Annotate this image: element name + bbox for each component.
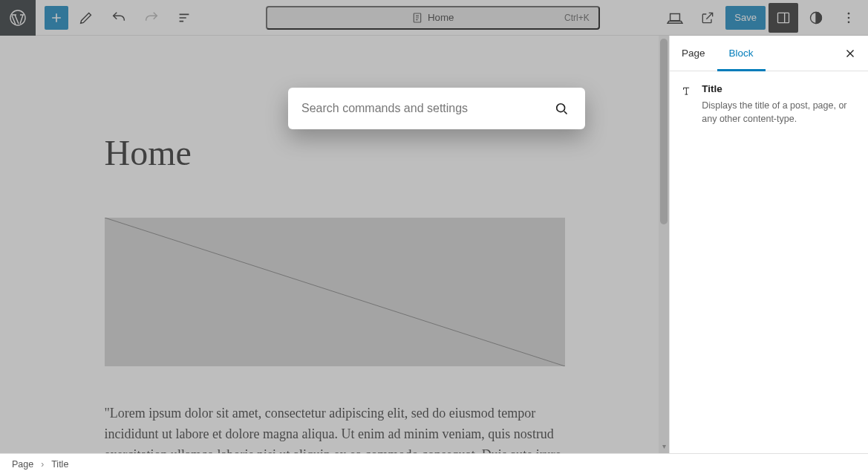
close-sidebar-button[interactable] <box>835 39 865 68</box>
title-block-icon <box>682 82 693 100</box>
command-palette-input[interactable] <box>301 102 551 115</box>
paragraph-block[interactable]: "Lorem ipsum dolor sit amet, consectetur… <box>105 403 565 453</box>
breadcrumb-current[interactable]: Title <box>51 459 68 470</box>
chevron-right-icon: › <box>41 459 44 470</box>
sidebar-icon <box>776 10 791 25</box>
vertical-scrollbar[interactable]: ▾ <box>659 36 669 453</box>
page-icon <box>411 12 423 24</box>
document-title: Home <box>428 12 454 23</box>
plus-icon <box>49 10 64 25</box>
block-description: Displays the title of a post, page, or a… <box>702 99 856 126</box>
svg-point-5 <box>848 16 850 19</box>
open-external-button[interactable] <box>693 3 722 33</box>
toolbar-left <box>0 0 205 36</box>
search-icon <box>554 101 569 116</box>
settings-sidebar-toggle[interactable] <box>769 3 798 33</box>
top-toolbar: Home Ctrl+K Save <box>0 0 868 36</box>
svg-point-6 <box>848 21 850 23</box>
device-icon <box>667 10 683 26</box>
image-placeholder-block[interactable] <box>105 218 565 366</box>
external-link-icon <box>700 10 715 25</box>
add-block-button[interactable] <box>45 6 68 30</box>
placeholder-diagonal-icon <box>105 218 565 366</box>
redo-icon <box>143 10 160 26</box>
styles-button[interactable] <box>801 3 831 33</box>
command-palette <box>288 88 585 129</box>
contrast-icon <box>809 10 823 25</box>
tab-page[interactable]: Page <box>670 36 717 71</box>
scrollbar-thumb[interactable] <box>660 39 668 224</box>
svg-point-4 <box>848 12 850 14</box>
breadcrumb: Page › Title <box>0 453 868 474</box>
page-title-block[interactable]: Home <box>105 132 565 173</box>
kebab-icon <box>841 10 856 25</box>
view-button[interactable] <box>660 3 690 33</box>
svg-rect-2 <box>778 13 789 22</box>
scrollbar-down-arrow[interactable]: ▾ <box>659 443 669 450</box>
redo-button[interactable] <box>137 3 166 33</box>
more-options-button[interactable] <box>834 3 864 33</box>
pencil-icon <box>78 10 94 26</box>
document-bar[interactable]: Home Ctrl+K <box>266 6 600 30</box>
list-view-icon <box>176 10 192 26</box>
svg-line-7 <box>105 218 565 366</box>
shortcut-hint: Ctrl+K <box>564 13 590 23</box>
edit-tools-button[interactable] <box>71 3 101 33</box>
undo-button[interactable] <box>104 3 134 33</box>
toolbar-right: Save <box>660 3 868 33</box>
close-icon <box>843 47 857 60</box>
wordpress-logo-button[interactable] <box>0 0 36 36</box>
undo-icon <box>111 10 127 26</box>
toolbar-center: Home Ctrl+K <box>205 6 660 30</box>
wordpress-icon <box>9 9 27 27</box>
settings-sidebar: Page Block Title Displays the title of a… <box>669 36 868 453</box>
sidebar-tabs: Page Block <box>670 36 868 71</box>
save-button[interactable]: Save <box>725 6 766 30</box>
tab-block[interactable]: Block <box>717 36 766 71</box>
sidebar-body: Title Displays the title of a post, page… <box>670 71 868 136</box>
svg-point-8 <box>557 104 565 112</box>
breadcrumb-root[interactable]: Page <box>12 459 33 470</box>
command-palette-search-button[interactable] <box>551 98 572 119</box>
block-title: Title <box>702 83 856 94</box>
list-view-button[interactable] <box>169 3 199 33</box>
